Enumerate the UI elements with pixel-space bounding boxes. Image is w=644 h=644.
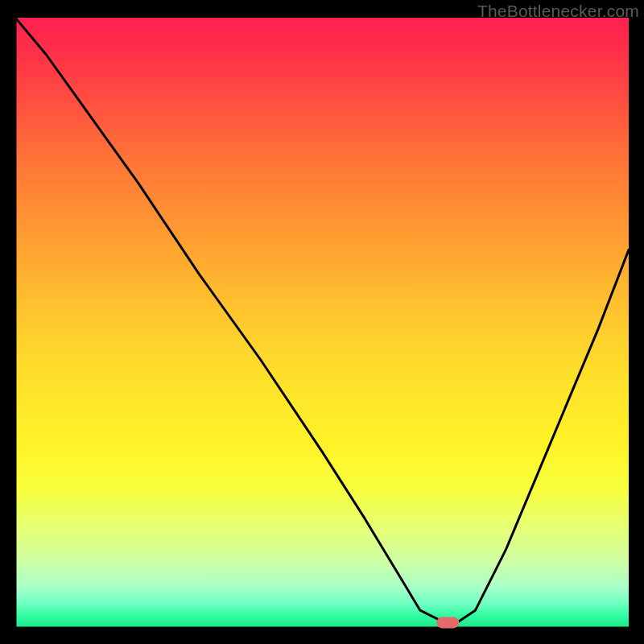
chart-stage: TheBottlenecker.com [0, 0, 644, 644]
plot-area [15, 18, 629, 629]
optimal-point-marker [436, 617, 459, 628]
watermark-text: TheBottlenecker.com [477, 2, 639, 21]
bottleneck-curve [15, 18, 629, 622]
chart-svg [15, 18, 629, 629]
